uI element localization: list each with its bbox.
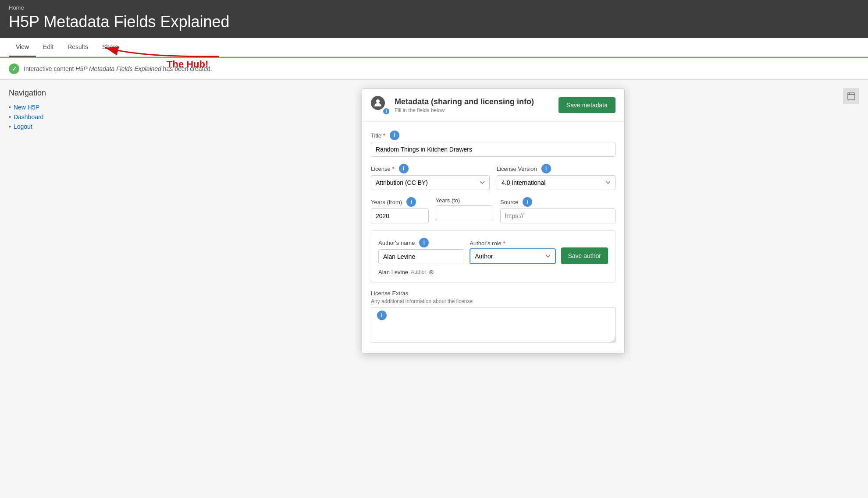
title-label: Title * [371, 132, 385, 139]
metadata-icon: i [371, 96, 389, 114]
years-to-label: Years (to) [436, 197, 460, 204]
modal-title-group: Metadata (sharing and licensing info) Fi… [395, 97, 534, 113]
tab-bar: View Edit Results Share The Hub! [0, 38, 868, 57]
author-section: Author's name i Author's role * Author [371, 230, 615, 283]
title-field-group: Title * i [371, 131, 615, 157]
success-icon: ✓ [9, 64, 19, 74]
modal-subtitle: Fill in the fields below [395, 107, 534, 113]
author-tag-name: Alan Levine [378, 269, 408, 275]
breadcrumb-home: Home [9, 4, 859, 11]
license-extras-hint: Any additional information about the lic… [371, 298, 615, 304]
years-from-label: Years (from) [371, 199, 402, 205]
sidebar-item-dashboard[interactable]: Dashboard [9, 113, 118, 120]
sidebar-nav-title: Navigation [9, 88, 118, 98]
author-remove-button[interactable]: ⊗ [429, 268, 434, 275]
license-version-label: License Version [497, 166, 537, 172]
license-version-field-group: License Version i 4.0 International 3.0 … [497, 164, 615, 190]
fullscreen-button[interactable] [843, 88, 859, 104]
license-label: License * [371, 166, 395, 172]
page-title: H5P Metadata Fields Explained [9, 13, 859, 31]
title-info-button[interactable]: i [390, 131, 399, 140]
years-source-row: Years (from) i Years (to) Source [371, 197, 615, 223]
logout-link[interactable]: Logout [14, 123, 32, 130]
license-extras-info-button[interactable]: i [377, 311, 387, 320]
tab-view[interactable]: View [9, 38, 36, 57]
modal-header-left: i Metadata (sharing and licensing info) … [371, 96, 534, 114]
license-select[interactable]: Attribution (CC BY) Attribution ShareAli… [371, 175, 490, 190]
years-to-input[interactable] [436, 205, 494, 220]
author-tag: Alan Levine Author ⊗ [378, 268, 608, 275]
svg-point-5 [376, 99, 380, 103]
source-input[interactable] [500, 208, 615, 223]
source-label: Source [500, 199, 518, 205]
license-extras-input-wrapper: i [371, 307, 615, 344]
title-input[interactable] [371, 142, 615, 157]
author-name-input[interactable] [378, 249, 464, 264]
sidebar-nav-list: New H5P Dashboard Logout [9, 104, 118, 130]
content-area: i Metadata (sharing and licensing info) … [127, 88, 859, 353]
sidebar-item-new-h5p[interactable]: New H5P [9, 104, 118, 111]
metadata-modal: i Metadata (sharing and licensing info) … [362, 88, 625, 353]
author-row: Author's name i Author's role * Author [378, 238, 608, 264]
author-role-label: Author's role * [470, 240, 505, 247]
success-notification: ✓ Interactive content Metadata (sharing … [0, 57, 868, 80]
author-role-group: Author's role * Author Editor Licensee O… [470, 240, 555, 264]
license-extras-label: License Extras [371, 290, 615, 297]
years-from-group: Years (from) i [371, 197, 429, 223]
modal-body: Title * i License * i Attribution (CC BY… [362, 122, 624, 353]
license-field-group: License * i Attribution (CC BY) Attribut… [371, 164, 490, 190]
sidebar: Navigation New H5P Dashboard Logout [9, 88, 118, 353]
sidebar-item-logout[interactable]: Logout [9, 123, 118, 130]
main-content: Navigation New H5P Dashboard Logout [0, 80, 868, 362]
svg-rect-2 [848, 93, 855, 100]
dashboard-link[interactable]: Dashboard [14, 113, 44, 120]
tab-results[interactable]: Results [60, 38, 95, 57]
years-from-input[interactable] [371, 208, 429, 223]
page-header: Home H5P Metadata Fields Explained [0, 0, 868, 38]
license-version-info-button[interactable]: i [541, 164, 551, 173]
save-author-button[interactable]: Save author [561, 247, 608, 264]
years-to-group: Years (to) [436, 197, 494, 223]
license-info-button[interactable]: i [399, 164, 409, 173]
save-metadata-button[interactable]: Save metadata [559, 97, 615, 113]
author-role-select[interactable]: Author Editor Licensee Originator [470, 248, 555, 264]
author-name-label: Author's name [378, 240, 415, 246]
author-name-info-button[interactable]: i [419, 238, 429, 247]
years-from-info-button[interactable]: i [406, 197, 416, 207]
modal-title: Metadata (sharing and licensing info) [395, 97, 534, 106]
author-name-group: Author's name i [378, 238, 464, 264]
author-tag-role: Author [411, 269, 426, 275]
success-message: Interactive content Metadata (sharing an… [24, 65, 212, 72]
license-extras-group: License Extras Any additional informatio… [371, 290, 615, 344]
source-group: Source i [500, 197, 615, 223]
license-row: License * i Attribution (CC BY) Attribut… [371, 164, 615, 190]
license-extras-textarea[interactable] [371, 307, 615, 343]
license-version-select[interactable]: 4.0 International 3.0 Unported 2.5 Gener… [497, 175, 615, 190]
source-info-button[interactable]: i [523, 197, 532, 207]
tab-share[interactable]: Share [95, 38, 125, 57]
modal-header: i Metadata (sharing and licensing info) … [362, 89, 624, 122]
new-h5p-link[interactable]: New H5P [14, 104, 39, 111]
tab-edit[interactable]: Edit [36, 38, 60, 57]
